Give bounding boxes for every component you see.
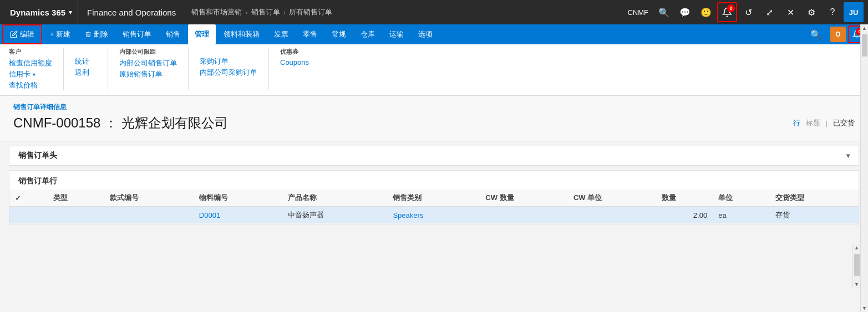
brand-chevron: ▾ xyxy=(69,9,72,16)
ribbon-tab-options[interactable]: 选项 xyxy=(412,24,439,44)
cell-sales-category[interactable]: Speakers xyxy=(387,207,480,224)
user-avatar[interactable]: JU xyxy=(844,2,864,22)
ribbon-tab-manage[interactable]: 管理 xyxy=(188,24,216,44)
ribbon-link-interco-sales[interactable]: 内部公司销售订单 xyxy=(119,58,177,68)
ribbon-tab-edit[interactable]: 编辑 xyxy=(2,24,42,44)
section-header-header[interactable]: 销售订单头 ▾ xyxy=(9,146,859,166)
order-detail-label: 销售订单详细信息 xyxy=(13,103,855,112)
order-title-row: CNMF-000158 ： 光辉企划有限公司 行 标题 | 已交货 xyxy=(13,114,855,132)
nav-left: Dynamics 365 ▾ Finance and Operations 销售… xyxy=(4,0,339,24)
ribbon-tab-new[interactable]: + 新建 xyxy=(43,24,77,44)
ribbon-tab-delete[interactable]: 删除 xyxy=(78,24,115,44)
ribbon-group-coupons-items: Coupons xyxy=(280,58,309,67)
col-type: 类型 xyxy=(48,190,104,207)
ribbon-group-stats-title xyxy=(75,48,97,54)
status-bar: | xyxy=(826,119,828,127)
ribbon-search-btn[interactable]: 🔍 xyxy=(807,25,825,43)
ribbon-link-find-price[interactable]: 查找价格 xyxy=(9,80,52,90)
cnmf-label: CNMF xyxy=(623,8,653,17)
col-qty: 数量 xyxy=(656,190,713,207)
cell-cw-unit xyxy=(568,207,656,224)
scroll-track xyxy=(861,32,868,304)
ribbon-group-intercompany: 内部公司限距 内部公司销售订单 原始销售订单 xyxy=(119,48,189,90)
ribbon-tab-salesorder[interactable]: 销售订单 xyxy=(116,24,158,44)
ribbon-link-original-sales[interactable]: 原始销售订单 xyxy=(119,69,177,79)
ribbon-tab-pickup[interactable]: 领料和装箱 xyxy=(217,24,266,44)
main-content: 销售订单详细信息 CNMF-000158 ： 光辉企划有限公司 行 标题 | 已… xyxy=(0,96,868,224)
close-icon-btn[interactable]: ✕ xyxy=(780,2,800,22)
order-title: CNMF-000158 ： 光辉企划有限公司 xyxy=(13,114,228,132)
expand-icon-btn[interactable]: ⤢ xyxy=(759,2,779,22)
col-cw-unit: CW 单位 xyxy=(568,190,656,207)
order-header: 销售订单详细信息 CNMF-000158 ： 光辉企划有限公司 行 标题 | 已… xyxy=(0,96,868,141)
cell-item-code[interactable]: D0001 xyxy=(194,207,282,224)
smiley-icon-btn[interactable]: 🙂 xyxy=(696,2,716,22)
ribbon-tab-normal[interactable]: 常规 xyxy=(325,24,353,44)
notification-btn[interactable]: 0 xyxy=(717,2,737,22)
ribbon-group-customer: 客户 检查信用额度 信用卡 ▾ 查找价格 xyxy=(9,48,64,90)
gear-icon-btn[interactable]: ⚙ xyxy=(801,2,821,22)
office-icon[interactable]: O xyxy=(830,27,846,42)
cell-qty: 2.00 xyxy=(656,207,713,224)
ribbon-link-purchase-order[interactable]: 采购订单 xyxy=(200,57,257,67)
breadcrumb: 销售和市场营销 › 销售订单 › 所有销售订单 xyxy=(185,7,339,17)
cell-unit: ea xyxy=(713,207,769,224)
section-title-header: 销售订单头 xyxy=(18,151,57,161)
ribbon-group-coupons: 优惠券 Coupons xyxy=(280,48,320,90)
ribbon-group-purchase-items: 采购订单 内部公司采购订单 xyxy=(200,57,257,78)
scroll-down-arrow[interactable]: ▼ xyxy=(861,304,869,312)
ribbon-link-rebate[interactable]: 返利 xyxy=(75,68,97,78)
breadcrumb-part1[interactable]: 销售和市场营销 xyxy=(191,7,242,17)
order-lines-table: ✓ 类型 款式编号 物料编号 产品名称 销售类别 CW 数量 CW 单位 数量 … xyxy=(9,190,859,224)
chat-icon-btn[interactable]: 💬 xyxy=(675,2,695,22)
col-product-name: 产品名称 xyxy=(282,190,387,207)
ribbon-tab-invoice[interactable]: 发票 xyxy=(267,24,295,44)
breadcrumb-part2[interactable]: 销售订单 xyxy=(251,7,280,17)
ribbon-tab-retail[interactable]: 零售 xyxy=(296,24,324,44)
ribbon-group-customer-items: 检查信用额度 信用卡 ▾ 查找价格 xyxy=(9,58,52,90)
ribbon-link-coupons[interactable]: Coupons xyxy=(280,58,309,67)
ribbon-group-coupons-title: 优惠券 xyxy=(280,48,309,56)
status-link-row[interactable]: 行 xyxy=(793,118,800,128)
ribbon-link-credit-card[interactable]: 信用卡 ▾ xyxy=(9,69,52,79)
ribbon-content: 客户 检查信用额度 信用卡 ▾ 查找价格 统计 返利 内部公司限距 内部公司销售… xyxy=(0,44,868,95)
breadcrumb-sep2: › xyxy=(283,8,286,17)
scrollbar-right[interactable]: ▲ ▼ xyxy=(860,24,868,312)
breadcrumb-part3[interactable]: 所有销售订单 xyxy=(289,7,332,17)
order-status-row: 行 标题 | 已交货 xyxy=(793,118,855,128)
inner-scrollbar[interactable]: ▲ ▼ xyxy=(852,244,860,288)
ribbon-group-purchase: 采购订单 内部公司采购订单 xyxy=(200,48,269,90)
cell-style-code xyxy=(104,207,193,224)
ribbon-tab-sell[interactable]: 销售 xyxy=(159,24,187,44)
col-sales-category: 销售类别 xyxy=(387,190,480,207)
refresh-icon-btn[interactable]: ↺ xyxy=(738,2,758,22)
table-row[interactable]: D0001 中音扬声器 Speakers 2.00 ea 存货 xyxy=(9,207,859,224)
section-title-lines: 销售订单行 xyxy=(9,171,859,190)
col-item-code: 物料编号 xyxy=(194,190,282,207)
search-icon-btn[interactable]: 🔍 xyxy=(654,2,674,22)
inner-scroll-thumb xyxy=(854,254,860,276)
ribbon-link-credit-check[interactable]: 检查信用额度 xyxy=(9,58,52,68)
inner-scroll-up[interactable]: ▲ xyxy=(853,244,861,252)
ribbon-tab-transport[interactable]: 运输 xyxy=(383,24,410,44)
cell-delivery-type: 存货 xyxy=(770,207,859,224)
scroll-up-arrow[interactable]: ▲ xyxy=(861,24,869,32)
fo-title: Finance and Operations xyxy=(78,0,185,24)
dynamics-brand[interactable]: Dynamics 365 ▾ xyxy=(4,0,78,24)
ribbon: 编辑 + 新建 删除 销售订单 销售 管理 领料和装箱 发 xyxy=(0,24,868,96)
ribbon-link-interco-purchase[interactable]: 内部公司采购订单 xyxy=(200,68,257,78)
ribbon-tab-warehouse[interactable]: 仓库 xyxy=(354,24,382,44)
cell-product-name: 中音扬声器 xyxy=(282,207,387,224)
ribbon-link-stats[interactable]: 统计 xyxy=(75,57,97,67)
ribbon-group-stats: 统计 返利 xyxy=(75,48,108,90)
inner-scroll-down[interactable]: ▼ xyxy=(853,280,861,288)
cell-check xyxy=(9,207,48,224)
col-unit: 单位 xyxy=(713,190,769,207)
col-cw-qty: CW 数量 xyxy=(480,190,568,207)
table-header-row: ✓ 类型 款式编号 物料编号 产品名称 销售类别 CW 数量 CW 单位 数量 … xyxy=(9,190,859,207)
notification-badge: 0 xyxy=(727,4,735,12)
col-check: ✓ xyxy=(9,190,48,207)
order-company: 光辉企划有限公司 xyxy=(121,115,228,130)
help-icon-btn[interactable]: ? xyxy=(823,2,842,22)
scroll-thumb xyxy=(862,34,867,57)
